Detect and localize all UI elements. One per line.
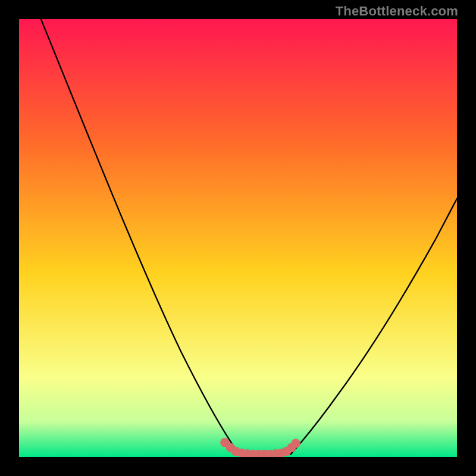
- gradient-background: [19, 19, 457, 457]
- chart-frame: TheBottleneck.com: [0, 0, 476, 476]
- svg-point-13: [291, 439, 300, 447]
- bottleneck-chart: [19, 19, 457, 457]
- watermark-text: TheBottleneck.com: [336, 4, 458, 19]
